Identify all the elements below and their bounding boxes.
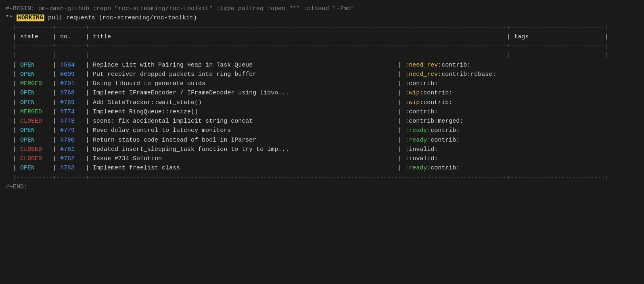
terminal-output: #+BEGIN: om-dash-github :repo "roc-strea… bbox=[6, 4, 638, 192]
pr-link[interactable]: #781 bbox=[60, 146, 82, 153]
pr-link[interactable]: #780 bbox=[60, 137, 82, 144]
table-row: | OPEN | #768 | Implement IFrameEncoder … bbox=[6, 88, 638, 98]
pr-link[interactable]: #782 bbox=[60, 155, 82, 162]
table-row: | CLOSED | #781 | Updated insert_sleepin… bbox=[6, 145, 638, 154]
table-row: | MERGED | #774 | Implement RingQueue::r… bbox=[6, 107, 638, 117]
title-cell: Put receiver dropped packets into ring b… bbox=[93, 71, 394, 78]
title-cell: Return status code instead of bool in IP… bbox=[93, 137, 394, 144]
table-row: | CLOSED | #782 | Issue #734 Solution | … bbox=[6, 154, 638, 163]
header-border: |----------+--------+-------------------… bbox=[6, 42, 638, 51]
title-cell: Implement RingQueue::resize() bbox=[93, 109, 394, 115]
end-comment: #+END: bbox=[6, 182, 638, 192]
state-cell: MERGED bbox=[20, 80, 49, 87]
table-row: | OPEN | #780 | Return status code inste… bbox=[6, 136, 638, 145]
begin-comment: #+BEGIN: om-dash-github :repo "roc-strea… bbox=[6, 4, 638, 13]
pr-link[interactable]: #701 bbox=[60, 80, 82, 87]
table-row: | CLOSED | #778 | scons: fix accidental … bbox=[6, 117, 638, 126]
title-cell: Add StateTracker::wait_state() bbox=[93, 99, 394, 106]
pr-link[interactable]: #769 bbox=[60, 99, 82, 106]
pr-link[interactable]: #778 bbox=[60, 118, 82, 125]
state-cell: CLOSED bbox=[20, 118, 49, 125]
table-row: | MERGED | #701 | Using libuuid to gener… bbox=[6, 79, 638, 88]
state-cell: OPEN bbox=[20, 99, 49, 106]
pr-link[interactable]: #783 bbox=[60, 165, 82, 171]
bottom-border: |----------+--------+-------------------… bbox=[6, 173, 638, 182]
top-border: |----------+--------+-------------------… bbox=[6, 23, 638, 32]
table-row: | OPEN | #779 | Move delay control to la… bbox=[6, 126, 638, 135]
pr-link[interactable]: #768 bbox=[60, 90, 82, 96]
state-cell: OPEN bbox=[20, 62, 49, 69]
working-badge: WORKING bbox=[17, 15, 44, 21]
state-cell: OPEN bbox=[20, 71, 49, 78]
title-cell: Replace List with Pairing Heap in Task Q… bbox=[93, 62, 394, 69]
table-row: | OPEN | #584 | Replace List with Pairin… bbox=[6, 61, 638, 70]
column-headers: | state | no. | title | tags | bbox=[6, 32, 638, 42]
pr-link[interactable]: #609 bbox=[60, 71, 82, 78]
title-cell: Implement IFrameEncoder / IFrameDecoder … bbox=[93, 90, 394, 96]
table-row: | OPEN | #609 | Put receiver dropped pac… bbox=[6, 70, 638, 79]
pr-link[interactable]: #779 bbox=[60, 127, 82, 134]
table-row: | OPEN | #783 | Implement freelist class… bbox=[6, 163, 638, 173]
state-cell: OPEN bbox=[20, 137, 49, 144]
state-cell: CLOSED bbox=[20, 146, 49, 153]
pr-link[interactable]: #584 bbox=[60, 62, 82, 69]
title-cell: scons: fix accidental implicit string co… bbox=[93, 118, 394, 125]
title-cell: Updated insert_sleeping_task function to… bbox=[93, 146, 394, 153]
table-body: | OPEN | #584 | Replace List with Pairin… bbox=[6, 61, 638, 173]
state-cell: CLOSED bbox=[20, 155, 49, 162]
state-cell: OPEN bbox=[20, 90, 49, 96]
title-cell: Using libuuid to generate uuids bbox=[93, 80, 394, 87]
title-cell: Move delay control to latency monitors bbox=[93, 127, 394, 134]
sub-border: | | | | | bbox=[6, 51, 638, 60]
title-line: ** WORKING pull requests (roc-streaming/… bbox=[6, 13, 638, 23]
state-cell: OPEN bbox=[20, 165, 49, 171]
state-cell: MERGED bbox=[20, 109, 49, 115]
state-cell: OPEN bbox=[20, 127, 49, 134]
table-row: | OPEN | #769 | Add StateTracker::wait_s… bbox=[6, 98, 638, 107]
title-cell: Implement freelist class bbox=[93, 165, 394, 171]
pr-link[interactable]: #774 bbox=[60, 109, 82, 115]
title-cell: Issue #734 Solution bbox=[93, 155, 394, 162]
